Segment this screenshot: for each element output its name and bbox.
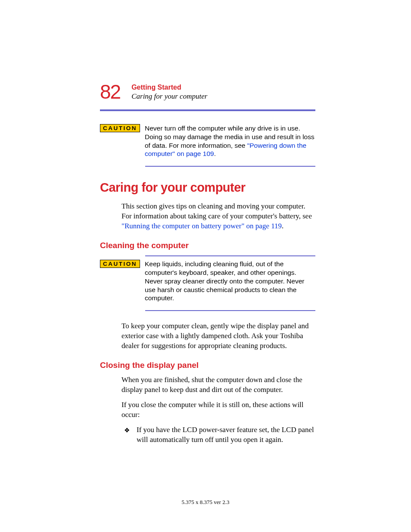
caution-label-2: CAUTION — [100, 260, 140, 268]
bullet-text-1: If you have the LCD power-saver feature … — [137, 425, 315, 445]
link-battery-power[interactable]: "Running the computer on battery power" … — [121, 222, 282, 230]
caution-label: CAUTION — [100, 124, 140, 132]
heading-cleaning: Cleaning the computer — [100, 241, 315, 250]
caution-block-2: CAUTION Keep liquids, including cleaning… — [100, 260, 315, 302]
closing-paragraph-1: When you are finished, shut the computer… — [121, 375, 315, 395]
bullet-icon: ❖ — [124, 425, 130, 445]
caution-rule-top-2 — [145, 255, 315, 256]
caution-rule-2 — [145, 310, 315, 311]
header-rule — [100, 109, 315, 111]
chapter-title: Getting Started — [131, 84, 207, 91]
intro-paragraph: This section gives tips on cleaning and … — [121, 202, 315, 231]
intro-prefix: This section gives tips on cleaning and … — [121, 202, 312, 220]
heading-closing: Closing the display panel — [100, 361, 315, 370]
caution-1-suffix: . — [214, 150, 216, 157]
intro-suffix: . — [282, 222, 283, 230]
caution-rule-1 — [145, 166, 315, 167]
bullet-item-1: ❖ If you have the LCD power-saver featur… — [121, 425, 315, 445]
closing-paragraph-2: If you close the computer while it is st… — [121, 400, 315, 420]
cleaning-paragraph: To keep your computer clean, gently wipe… — [121, 321, 315, 351]
caution-text-1: Never turn off the computer while any dr… — [145, 124, 315, 158]
caution-block-1: CAUTION Never turn off the computer whil… — [100, 124, 315, 158]
heading-caring: Caring for your computer — [100, 180, 315, 195]
section-subtitle: Caring for your computer — [131, 92, 207, 101]
caution-text-2: Keep liquids, including cleaning fluid, … — [145, 260, 315, 302]
page-number: 82 — [100, 82, 120, 102]
page-footer: 5.375 x 8.375 ver 2.3 — [0, 499, 411, 506]
page-header: 82 Getting Started Caring for your compu… — [100, 82, 315, 102]
